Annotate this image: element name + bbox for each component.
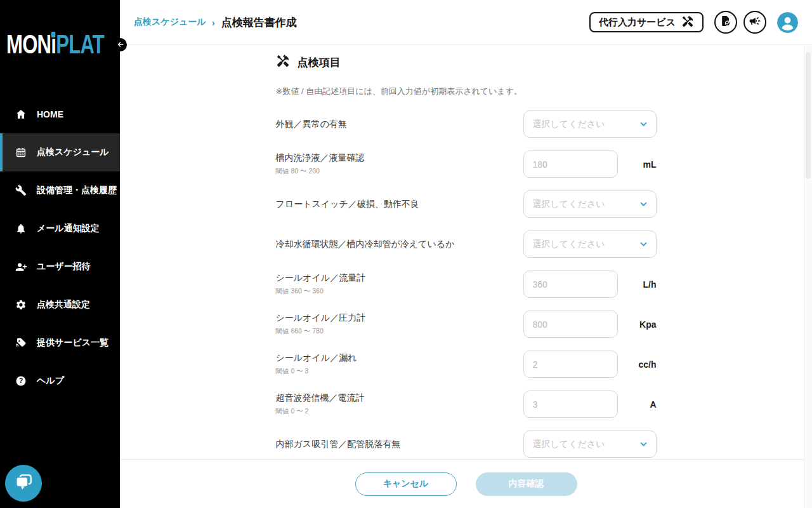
sidebar-item-user-invite[interactable]: ユーザー招待 bbox=[0, 248, 120, 286]
form-row: シールオイル／圧力計 閾値 660 〜 780 Kpa bbox=[276, 311, 657, 338]
field-label: 槽内洗浄液／液量確認 bbox=[276, 152, 513, 164]
form-row: シールオイル／漏れ 閾値 0 〜 3 cc/h bbox=[276, 351, 657, 378]
tag-icon bbox=[15, 337, 27, 349]
ultrasonic-current-input[interactable] bbox=[523, 391, 618, 418]
chat-icon bbox=[13, 472, 34, 495]
form-row: 外観／異常の有無 選択してください bbox=[276, 110, 657, 138]
top-bar: 点検スケジュール › 点検報告書作成 代行入力サービス bbox=[120, 0, 812, 45]
sidebar-item-label: メール通知設定 bbox=[37, 223, 100, 234]
field-threshold: 閾値 360 〜 360 bbox=[276, 287, 513, 296]
sidebar-item-services-list[interactable]: 提供サービス一覧 bbox=[0, 324, 120, 362]
cooling-water-circulation-select[interactable]: 選択してください bbox=[523, 231, 657, 258]
sidebar-item-label: 点検共通設定 bbox=[37, 299, 90, 311]
float-switch-select[interactable]: 選択してください bbox=[523, 190, 657, 218]
logo-i-dot bbox=[51, 32, 56, 37]
proxy-input-service-button[interactable]: 代行入力サービス bbox=[589, 12, 704, 32]
sidebar-item-label: 提供サービス一覧 bbox=[37, 337, 108, 349]
field-label: 内部ガス吸引管／配管脱落有無 bbox=[276, 439, 513, 450]
breadcrumb-link-schedule[interactable]: 点検スケジュール bbox=[134, 17, 206, 28]
sidebar-item-help[interactable]: ? ヘルプ bbox=[0, 362, 120, 400]
field-threshold: 閾値 0 〜 2 bbox=[276, 407, 513, 416]
topbar-actions: 代行入力サービス bbox=[589, 11, 798, 34]
section-note: ※数値 / 自由記述項目には、前回入力値が初期表示されています。 bbox=[276, 86, 657, 97]
seal-oil-flow-input[interactable] bbox=[523, 271, 618, 298]
field-label: 外観／異常の有無 bbox=[276, 119, 513, 130]
form-row: 内部ガス吸引管／配管脱落有無 選択してください bbox=[276, 431, 657, 458]
crossed-tools-icon bbox=[681, 15, 694, 30]
confirm-button[interactable]: 内容確認 bbox=[476, 472, 577, 496]
field-label: 超音波発信機／電流計 bbox=[276, 392, 513, 404]
form-row: 槽内洗浄液／液量確認 閾値 80 〜 200 mL bbox=[276, 150, 657, 178]
sidebar-nav: HOME 点検スケジュール bbox=[0, 95, 120, 400]
cleaning-liquid-amount-input[interactable] bbox=[523, 150, 618, 178]
select-placeholder: 選択してください bbox=[533, 439, 605, 450]
user-plus-icon bbox=[15, 261, 27, 273]
field-threshold: 閾値 80 〜 200 bbox=[276, 167, 513, 176]
svg-text:?: ? bbox=[19, 377, 23, 384]
home-icon bbox=[15, 109, 27, 120]
unit-label: cc/h bbox=[638, 359, 656, 370]
form-row: 超音波発信機／電流計 閾値 0 〜 2 A bbox=[276, 391, 657, 418]
field-threshold: 閾値 0 〜 3 bbox=[276, 367, 513, 376]
unit-label: mL bbox=[643, 159, 657, 170]
moniplat-logo: MONıPLAT bbox=[6, 28, 104, 61]
proxy-button-label: 代行入力サービス bbox=[599, 17, 676, 29]
chevron-down-icon bbox=[638, 119, 649, 130]
logo-text-plat: PLAT bbox=[56, 29, 104, 59]
app-window: MONıPLAT HOME bbox=[0, 0, 812, 508]
sidebar-item-label: ヘルプ bbox=[37, 375, 64, 387]
field-label: フロートスイッチ／破損、動作不良 bbox=[276, 199, 513, 210]
form-row: フロートスイッチ／破損、動作不良 選択してください bbox=[276, 190, 657, 218]
section-header: 点検項目 bbox=[276, 54, 657, 70]
field-label: シールオイル／流量計 bbox=[276, 272, 513, 284]
chevron-down-icon bbox=[638, 439, 649, 450]
field-threshold: 閾値 660 〜 780 bbox=[276, 327, 513, 336]
sidebar-item-label: 設備管理・点検履歴 bbox=[37, 185, 117, 196]
appearance-abnormality-select[interactable]: 選択してください bbox=[523, 110, 657, 138]
page-title: 点検報告書作成 bbox=[221, 15, 297, 30]
help-icon: ? bbox=[15, 375, 27, 387]
sidebar: MONıPLAT HOME bbox=[0, 0, 120, 508]
select-placeholder: 選択してください bbox=[533, 239, 605, 250]
sidebar-item-mail-settings[interactable]: メール通知設定 bbox=[0, 210, 120, 248]
logo-text-mon: MON bbox=[6, 29, 51, 59]
crossed-tools-icon bbox=[276, 54, 290, 70]
unit-label: Kpa bbox=[639, 319, 656, 330]
cancel-button[interactable]: キャンセル bbox=[355, 472, 457, 496]
user-avatar[interactable] bbox=[777, 12, 798, 33]
sidebar-item-equipment-history[interactable]: 設備管理・点検履歴 bbox=[0, 171, 120, 210]
document-check-icon bbox=[719, 15, 732, 30]
field-label: 冷却水循環状態／槽内冷却管が冷えているか bbox=[276, 239, 513, 250]
calendar-icon bbox=[15, 147, 27, 158]
sidebar-item-home[interactable]: HOME bbox=[0, 95, 120, 133]
scrollbar-track[interactable] bbox=[804, 46, 812, 508]
chat-widget-button[interactable] bbox=[5, 465, 42, 502]
form-footer: キャンセル 内容確認 bbox=[120, 459, 812, 508]
seal-oil-leak-input[interactable] bbox=[523, 351, 618, 378]
field-label: シールオイル／漏れ bbox=[276, 352, 513, 364]
section-title: 点検項目 bbox=[298, 55, 341, 70]
form-row: シールオイル／流量計 閾値 360 〜 360 L/h bbox=[276, 271, 657, 298]
megaphone-icon bbox=[749, 15, 761, 30]
sidebar-item-label: HOME bbox=[37, 109, 63, 119]
select-placeholder: 選択してください bbox=[533, 199, 605, 210]
form-row: 冷却水循環状態／槽内冷却管が冷えているか 選択してください bbox=[276, 231, 657, 258]
scrollbar-thumb[interactable] bbox=[806, 52, 811, 179]
chevron-down-icon bbox=[638, 239, 649, 250]
chevron-down-icon bbox=[638, 199, 649, 210]
breadcrumb: 点検スケジュール › bbox=[134, 17, 215, 28]
main-content: 点検項目 ※数値 / 自由記述項目には、前回入力値が初期表示されています。 外観… bbox=[120, 46, 812, 460]
seal-oil-pressure-input[interactable] bbox=[523, 311, 618, 338]
report-check-button[interactable] bbox=[714, 11, 737, 34]
sidebar-item-schedule[interactable]: 点検スケジュール bbox=[0, 133, 120, 171]
sidebar-collapse-button[interactable] bbox=[114, 38, 127, 51]
wrench-icon bbox=[15, 185, 27, 196]
field-label: シールオイル／圧力計 bbox=[276, 312, 513, 324]
announcements-button[interactable] bbox=[743, 11, 766, 34]
sidebar-item-label: 点検スケジュール bbox=[37, 147, 109, 158]
select-placeholder: 選択してください bbox=[533, 119, 605, 130]
sidebar-item-common-settings[interactable]: 点検共通設定 bbox=[0, 286, 120, 324]
arrow-left-icon bbox=[117, 39, 124, 51]
gas-suction-pipe-select[interactable]: 選択してください bbox=[523, 431, 657, 458]
sidebar-item-label: ユーザー招待 bbox=[37, 261, 91, 272]
